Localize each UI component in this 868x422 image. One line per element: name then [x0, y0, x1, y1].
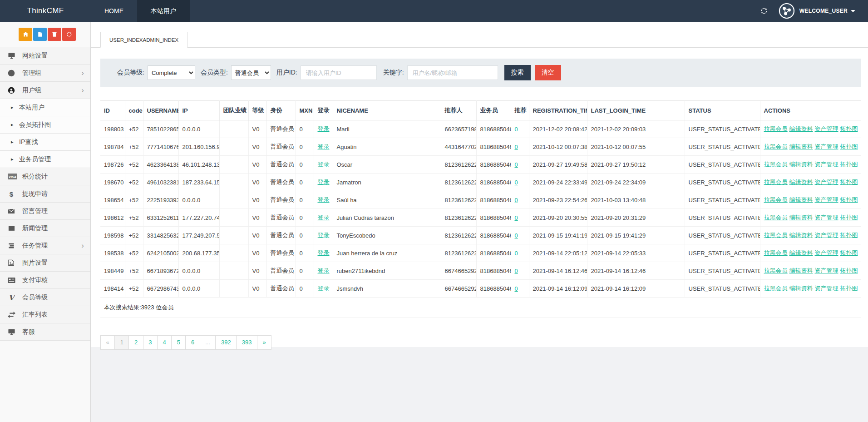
recommend-count-link[interactable]: 0 [515, 214, 518, 221]
edit-profile-link[interactable]: 编辑资料 [789, 125, 813, 132]
member-type-select[interactable]: 普通会员 [231, 65, 271, 80]
nav-tab-home[interactable]: HOME [91, 0, 137, 22]
asset-management-link[interactable]: 资产管理 [815, 125, 838, 132]
edit-profile-link[interactable]: 编辑资料 [789, 196, 813, 203]
sidebar-item-16[interactable]: 客服 [0, 323, 90, 341]
asset-management-link[interactable]: 资产管理 [815, 267, 838, 274]
blacklist-member-link[interactable]: 拉黑会员 [764, 232, 788, 238]
blacklist-member-link[interactable]: 拉黑会员 [764, 267, 788, 274]
asset-management-link[interactable]: 资产管理 [815, 179, 838, 185]
topology-link[interactable]: 拓扑图 [840, 285, 858, 292]
asset-management-link[interactable]: 资产管理 [815, 232, 838, 238]
topology-link[interactable]: 拓扑图 [840, 249, 858, 256]
sidebar-item-12[interactable]: 图片设置 [0, 254, 90, 272]
home-button[interactable] [19, 28, 32, 41]
sidebar-item-4[interactable]: ▸会员拓扑图 [0, 116, 90, 134]
recommend-count-link[interactable]: 0 [515, 250, 518, 257]
login-link[interactable]: 登录 [318, 125, 330, 132]
sidebar-item-15[interactable]: 汇率列表 [0, 306, 90, 323]
edit-profile-link[interactable]: 编辑资料 [789, 214, 813, 221]
page-1[interactable]: 1 [114, 335, 129, 350]
sidebar-item-14[interactable]: V会员等级 [0, 289, 90, 306]
sidebar-item-8[interactable]: $提现申请 [0, 185, 90, 203]
topology-link[interactable]: 拓扑图 [840, 143, 858, 150]
blacklist-member-link[interactable]: 拉黑会员 [764, 285, 788, 292]
recommend-count-link[interactable]: 0 [515, 197, 518, 204]
sidebar-item-13[interactable]: 支付审核 [0, 272, 90, 289]
sidebar-item-11[interactable]: 任务管理› [0, 237, 90, 254]
file-button[interactable] [33, 28, 47, 41]
edit-profile-link[interactable]: 编辑资料 [789, 143, 813, 150]
topology-link[interactable]: 拓扑图 [840, 161, 858, 168]
sidebar-item-2[interactable]: 用户组› [0, 82, 90, 99]
asset-management-link[interactable]: 资产管理 [815, 214, 838, 221]
login-link[interactable]: 登录 [318, 285, 330, 292]
sidebar-item-6[interactable]: ▸业务员管理 [0, 151, 90, 168]
blacklist-member-link[interactable]: 拉黑会员 [764, 125, 788, 132]
topology-link[interactable]: 拓扑图 [840, 196, 858, 203]
topology-link[interactable]: 拓扑图 [840, 179, 858, 185]
topology-link[interactable]: 拓扑图 [840, 232, 858, 238]
asset-management-link[interactable]: 资产管理 [815, 143, 838, 150]
login-link[interactable]: 登录 [318, 143, 330, 150]
edit-profile-link[interactable]: 编辑资料 [789, 285, 813, 292]
page-3[interactable]: 3 [143, 335, 158, 350]
page-2[interactable]: 2 [128, 335, 143, 350]
asset-management-link[interactable]: 资产管理 [815, 285, 838, 292]
sidebar-item-1[interactable]: 管理组› [0, 65, 90, 82]
recommend-count-link[interactable]: 0 [515, 179, 518, 186]
sidebar-item-7[interactable]: VISA积分统计 [0, 168, 90, 185]
topology-link[interactable]: 拓扑图 [840, 214, 858, 221]
clear-button[interactable]: 清空 [535, 65, 561, 80]
blacklist-member-link[interactable]: 拉黑会员 [764, 161, 788, 168]
user-id-input[interactable] [301, 65, 377, 80]
avatar[interactable] [779, 3, 795, 19]
nav-tab-site-users[interactable]: 本站用户 [137, 0, 190, 22]
page-5[interactable]: 5 [171, 335, 186, 350]
edit-profile-link[interactable]: 编辑资料 [789, 179, 813, 185]
page-392[interactable]: 392 [215, 335, 237, 350]
sidebar-item-5[interactable]: ▸IP查找 [0, 134, 90, 151]
search-button[interactable]: 搜索 [504, 65, 531, 80]
login-link[interactable]: 登录 [318, 232, 330, 238]
login-link[interactable]: 登录 [318, 179, 330, 185]
blacklist-member-link[interactable]: 拉黑会员 [764, 143, 788, 150]
sidebar-item-10[interactable]: 新闻管理 [0, 220, 90, 237]
page-6[interactable]: 6 [185, 335, 200, 350]
recommend-count-link[interactable]: 0 [515, 268, 518, 274]
topology-link[interactable]: 拓扑图 [840, 125, 858, 132]
recommend-count-link[interactable]: 0 [515, 161, 518, 168]
login-link[interactable]: 登录 [318, 267, 330, 274]
page-4[interactable]: 4 [157, 335, 172, 350]
blacklist-member-link[interactable]: 拉黑会员 [764, 214, 788, 221]
trash-button[interactable] [48, 28, 61, 41]
blacklist-member-link[interactable]: 拉黑会员 [764, 179, 788, 185]
sidebar-item-9[interactable]: 留言管理 [0, 203, 90, 220]
login-link[interactable]: 登录 [318, 196, 330, 203]
login-link[interactable]: 登录 [318, 249, 330, 256]
blacklist-member-link[interactable]: 拉黑会员 [764, 249, 788, 256]
edit-profile-link[interactable]: 编辑资料 [789, 232, 813, 238]
topology-link[interactable]: 拓扑图 [840, 267, 858, 274]
blacklist-member-link[interactable]: 拉黑会员 [764, 196, 788, 203]
recommend-count-link[interactable]: 0 [515, 232, 518, 239]
member-level-select[interactable]: Complete [148, 65, 195, 80]
brand-logo[interactable]: ThinkCMF [0, 0, 91, 22]
recommend-count-link[interactable]: 0 [515, 285, 518, 292]
asset-management-link[interactable]: 资产管理 [815, 196, 838, 203]
login-link[interactable]: 登录 [318, 214, 330, 221]
recycle-button[interactable] [62, 28, 76, 41]
refresh-icon[interactable] [760, 7, 768, 15]
recommend-count-link[interactable]: 0 [515, 126, 518, 133]
tab-user-indexadmin-index[interactable]: USER_INDEXADMIN_INDEX [100, 32, 187, 48]
page-next[interactable]: » [257, 335, 271, 350]
keyword-input[interactable] [407, 65, 498, 80]
login-link[interactable]: 登录 [318, 161, 330, 168]
edit-profile-link[interactable]: 编辑资料 [789, 267, 813, 274]
asset-management-link[interactable]: 资产管理 [815, 161, 838, 168]
edit-profile-link[interactable]: 编辑资料 [789, 249, 813, 256]
asset-management-link[interactable]: 资产管理 [815, 249, 838, 256]
edit-profile-link[interactable]: 编辑资料 [789, 161, 813, 168]
sidebar-item-0[interactable]: 网站设置 [0, 47, 90, 65]
recommend-count-link[interactable]: 0 [515, 144, 518, 150]
